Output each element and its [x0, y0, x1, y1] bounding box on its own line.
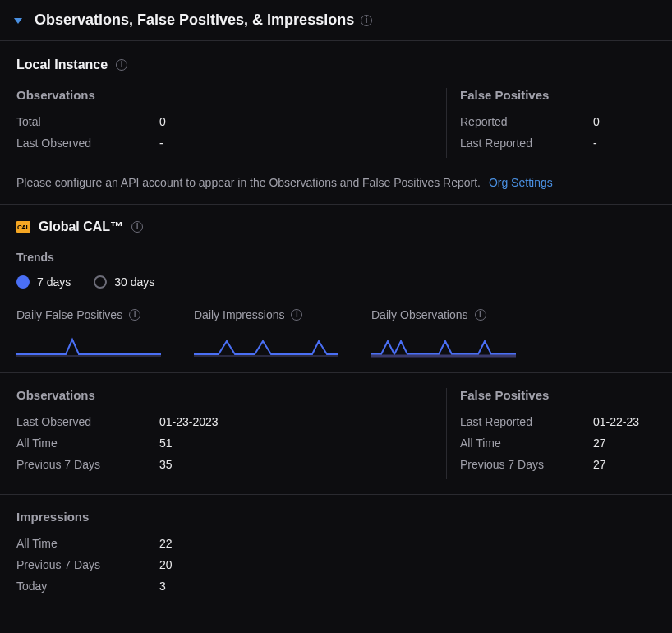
chart-fp-title: Daily False Positives	[16, 308, 122, 321]
label-total: Total	[16, 115, 159, 128]
radio-30-label: 30 days	[114, 275, 154, 289]
kv-row: Last Observed 01-23-2023	[16, 415, 446, 428]
label-last-reported: Last Reported	[460, 136, 593, 150]
impressions-heading: Impressions	[16, 510, 656, 524]
trends-radio-group: 7 days 30 days	[16, 275, 656, 289]
chart-obs-title: Daily Observations	[371, 308, 468, 321]
value-total: 0	[159, 115, 166, 128]
radio-unselected-icon	[94, 275, 107, 289]
charts-row: Daily False Positives i Daily Impression…	[16, 308, 656, 358]
label-last-reported: Last Reported	[460, 415, 593, 428]
value-last-observed: 01-23-2023	[159, 415, 219, 428]
chart-daily-observations: Daily Observations i	[371, 308, 516, 358]
label-last-observed: Last Observed	[16, 415, 159, 428]
label-last-observed: Last Observed	[16, 136, 159, 150]
local-instance-title: Local Instance i	[16, 58, 656, 72]
label-fp-previous-7: Previous 7 Days	[460, 458, 593, 471]
value-reported: 0	[593, 115, 600, 128]
kv-row: Previous 7 Days 27	[460, 458, 656, 471]
divider	[0, 494, 672, 495]
radio-selected-icon	[16, 275, 30, 289]
label-all-time: All Time	[16, 437, 159, 450]
info-icon[interactable]: i	[475, 309, 486, 321]
radio-7-days[interactable]: 7 days	[16, 275, 71, 289]
value-previous-7: 35	[159, 458, 173, 471]
observations-heading: Observations	[16, 88, 446, 102]
radio-7-label: 7 days	[37, 275, 71, 289]
chart-daily-false-positives: Daily False Positives i	[16, 308, 161, 358]
label-imp-previous-7: Previous 7 Days	[16, 558, 159, 571]
kv-row: All Time 51	[16, 437, 446, 450]
divider	[0, 372, 672, 373]
panel-header: Observations, False Positives, & Impress…	[0, 0, 672, 41]
label-imp-all-time: All Time	[16, 537, 159, 550]
info-icon[interactable]: i	[129, 309, 140, 321]
label-reported: Reported	[460, 115, 593, 128]
value-imp-all-time: 22	[159, 537, 173, 550]
value-imp-previous-7: 20	[159, 558, 173, 571]
info-icon[interactable]: i	[131, 221, 143, 233]
divider	[0, 204, 672, 205]
panel-title: Observations, False Positives, & Impress…	[35, 12, 354, 29]
kv-row: Last Reported -	[460, 136, 656, 150]
stats-observations-heading: Observations	[16, 388, 446, 402]
sparkline-fp	[16, 330, 161, 358]
kv-row: Previous 7 Days 35	[16, 458, 446, 471]
false-positives-heading: False Positives	[460, 88, 656, 102]
info-icon[interactable]: i	[361, 15, 372, 26]
org-settings-link[interactable]: Org Settings	[489, 176, 553, 189]
kv-row: Reported 0	[460, 115, 656, 128]
value-imp-today: 3	[159, 580, 166, 593]
value-last-observed: -	[159, 136, 163, 150]
global-cal-title: CAL Global CAL™ i	[16, 219, 656, 234]
label-imp-today: Today	[16, 580, 159, 593]
value-last-reported: -	[593, 136, 597, 150]
stats-fp-heading: False Positives	[460, 388, 656, 402]
local-instance-label: Local Instance	[16, 58, 108, 72]
kv-row: Total 0	[16, 115, 446, 128]
label-previous-7: Previous 7 Days	[16, 458, 159, 471]
kv-row: All Time 22	[16, 537, 656, 550]
config-hint: Please configure an API account to appea…	[16, 176, 656, 189]
hint-text: Please configure an API account to appea…	[16, 176, 481, 189]
value-fp-all-time: 27	[593, 437, 606, 450]
chart-imp-title: Daily Impressions	[194, 308, 284, 321]
trends-label: Trends	[16, 251, 656, 264]
sparkline-obs	[371, 330, 516, 358]
svg-marker-0	[14, 18, 22, 24]
label-fp-all-time: All Time	[460, 437, 593, 450]
value-fp-previous-7: 27	[593, 458, 606, 471]
chart-daily-impressions: Daily Impressions i	[194, 308, 338, 358]
collapse-caret-icon[interactable]	[13, 16, 23, 25]
kv-row: Last Reported 01-22-23	[460, 415, 656, 428]
sparkline-imp	[194, 330, 338, 358]
value-last-reported: 01-22-23	[593, 415, 639, 428]
info-icon[interactable]: i	[291, 309, 302, 321]
radio-30-days[interactable]: 30 days	[94, 275, 154, 289]
info-icon[interactable]: i	[116, 59, 127, 71]
cal-badge-icon: CAL	[16, 221, 30, 233]
value-all-time: 51	[159, 437, 173, 450]
global-cal-label: Global CAL™	[39, 219, 123, 234]
kv-row: All Time 27	[460, 437, 656, 450]
kv-row: Today 3	[16, 580, 656, 593]
kv-row: Last Observed -	[16, 136, 446, 150]
kv-row: Previous 7 Days 20	[16, 558, 656, 571]
